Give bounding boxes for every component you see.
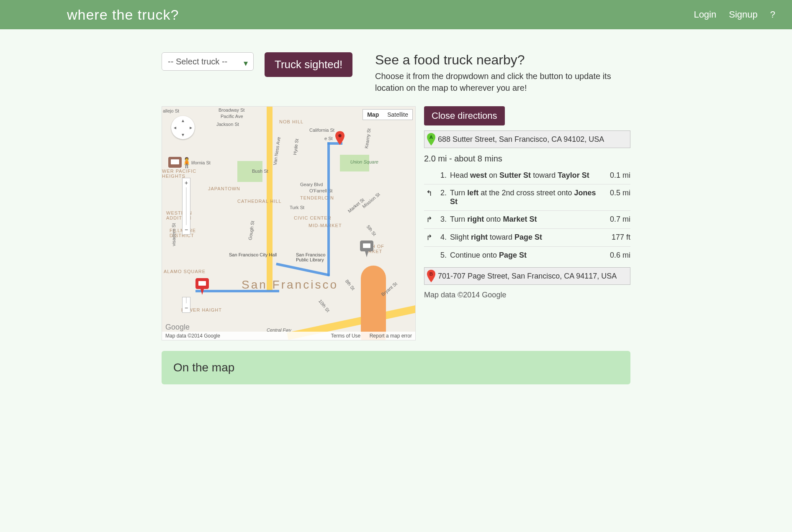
directions-credits: Map data ©2014 Google <box>424 291 630 299</box>
arrow-left-icon[interactable]: ◂ <box>174 125 176 130</box>
svg-rect-2 <box>363 243 370 248</box>
pin-b-icon: B <box>427 269 435 283</box>
nav-login[interactable]: Login <box>694 9 716 20</box>
svg-text:B: B <box>429 271 433 276</box>
street-label: Jackson St <box>216 122 239 127</box>
step-distance: 0.1 mi <box>601 171 630 180</box>
zoom-out-button[interactable]: − <box>183 225 190 234</box>
street-label: Broadway St <box>219 107 244 113</box>
street-label: California St <box>309 128 334 133</box>
poi-label: San Francisco Public Library <box>296 252 325 262</box>
area-label: Union Square <box>350 159 378 164</box>
direction-step: 1.Head west on Sutter St toward Taylor S… <box>424 167 630 184</box>
map-pin-truck-icon[interactable] <box>195 278 209 295</box>
zoom-control: + − <box>182 178 190 235</box>
directions-destination: B 701-707 Page Street, San Francisco, CA… <box>424 267 630 285</box>
info-heading: See a food truck nearby? <box>375 52 630 68</box>
poi-label: San Francisco City Hall <box>229 252 277 257</box>
google-logo: Google <box>165 323 190 332</box>
area-label: JAPANTOWN <box>208 186 240 191</box>
info-body: Choose it from the dropwdown and click t… <box>375 70 630 94</box>
truck-select[interactable]: -- Select truck -- <box>162 52 254 71</box>
origin-address: 688 Sutter Street, San Francisco, CA 941… <box>438 135 604 144</box>
street-label: e St <box>324 136 333 141</box>
turn-icon: ↰ <box>424 189 434 198</box>
brand-logo[interactable]: where the truck? <box>17 7 179 23</box>
svg-point-0 <box>338 134 341 137</box>
turn-icon: ↱ <box>424 233 434 242</box>
area-label: CATHEDRAL HILL <box>237 199 282 204</box>
map-pan-control[interactable]: ▴ ▾ ◂ ▸ <box>171 116 195 139</box>
step-number: 5. <box>436 251 447 260</box>
step-distance: 0.6 mi <box>601 251 630 260</box>
zoom-out-button[interactable]: − <box>183 303 190 312</box>
step-text: Head west on Sutter St toward Taylor St <box>450 171 601 180</box>
dest-address: 701-707 Page Street, San Francisco, CA 9… <box>438 272 617 281</box>
zoom-in-button[interactable]: + <box>183 178 190 187</box>
city-label: San Francisco <box>242 278 338 292</box>
pegman-icon[interactable]: 🧍 <box>180 157 193 169</box>
directions-origin: A 688 Sutter Street, San Francisco, CA 9… <box>424 130 630 148</box>
map-pin-truck-icon[interactable] <box>168 157 182 170</box>
street-label: lifornia St <box>191 160 211 165</box>
street-label: visadero St <box>171 223 176 246</box>
map-copyright: Map data ©2014 Google <box>165 333 220 339</box>
step-number: 1. <box>436 171 447 180</box>
area-label: NOB HILL <box>279 119 303 124</box>
step-text: Continue onto Page St <box>450 251 601 260</box>
street-label: Pacific Ave <box>221 114 243 119</box>
step-number: 4. <box>436 233 447 242</box>
step-text: Turn left at the 2nd cross street onto J… <box>450 189 601 206</box>
info-panel: See a food truck nearby? Choose it from … <box>375 52 630 94</box>
turn-icon: ↱ <box>424 215 434 224</box>
truck-select-wrap: -- Select truck -- ▾ <box>162 52 254 71</box>
direction-step: ↱4.Slight right toward Page St177 ft <box>424 228 630 246</box>
area-label: ALAMO SQUARE <box>164 269 206 274</box>
area-label: MID-MARKET <box>309 223 342 228</box>
arrow-down-icon[interactable]: ▾ <box>182 132 184 138</box>
directions-panel: Close directions A 688 Sutter Street, Sa… <box>424 106 630 340</box>
directions-steps: 1.Head west on Sutter St toward Taylor S… <box>424 167 630 264</box>
direction-step: ↱3.Turn right onto Market St0.7 mi <box>424 210 630 228</box>
step-distance: 177 ft <box>601 233 630 242</box>
map-footer: Map data ©2014 Google Terms of Use Repor… <box>162 332 415 340</box>
nav-help[interactable]: ? <box>770 9 775 20</box>
step-distance: 0.5 mi <box>601 189 630 197</box>
map-type-satellite[interactable]: Satellite <box>383 110 412 120</box>
svg-text:A: A <box>429 134 433 140</box>
map-pin-destination-icon[interactable] <box>335 131 345 145</box>
map-type-toggle: Map Satellite <box>363 109 413 120</box>
step-distance: 0.7 mi <box>601 215 630 224</box>
street-label: Bush St <box>252 169 268 174</box>
map-report-link[interactable]: Report a map error <box>370 333 412 339</box>
direction-step: ↰2.Turn left at the 2nd cross street ont… <box>424 184 630 210</box>
directions-summary: 2.0 mi - about 8 mins <box>424 154 630 164</box>
header: where the truck? Login Signup ? <box>0 0 792 29</box>
street-label: Turk St <box>290 205 304 210</box>
zoom-control-bottom: − <box>182 297 190 313</box>
zoom-slider[interactable] <box>183 187 190 225</box>
svg-rect-4 <box>171 159 179 164</box>
direction-step: 5.Continue onto Page St0.6 mi <box>424 246 630 264</box>
arrow-right-icon[interactable]: ▸ <box>190 125 192 130</box>
street-label: Geary Blvd <box>300 182 323 187</box>
map-type-map[interactable]: Map <box>363 110 383 120</box>
map[interactable]: NOB HILL Union Square JAPANTOWN CATHEDRA… <box>162 106 416 340</box>
map-terms-link[interactable]: Terms of Use <box>331 333 361 339</box>
step-number: 3. <box>436 215 447 224</box>
nav-links: Login Signup ? <box>694 9 775 20</box>
nav-signup[interactable]: Signup <box>729 9 758 20</box>
street-label: allejo St <box>163 108 179 113</box>
svg-rect-1 <box>198 281 206 286</box>
close-directions-button[interactable]: Close directions <box>424 106 505 125</box>
pin-a-icon: A <box>427 133 435 146</box>
area-label: CIVIC CENTER <box>294 215 332 220</box>
step-text: Turn right onto Market St <box>450 215 601 224</box>
legend-panel: On the map <box>162 351 630 384</box>
truck-sighted-button[interactable]: Truck sighted! <box>265 52 352 77</box>
legend-title: On the map <box>173 361 619 374</box>
step-text: Slight right toward Page St <box>450 233 601 242</box>
map-pin-truck-icon[interactable] <box>360 240 373 257</box>
step-number: 2. <box>436 189 447 197</box>
arrow-up-icon[interactable]: ▴ <box>182 118 184 123</box>
